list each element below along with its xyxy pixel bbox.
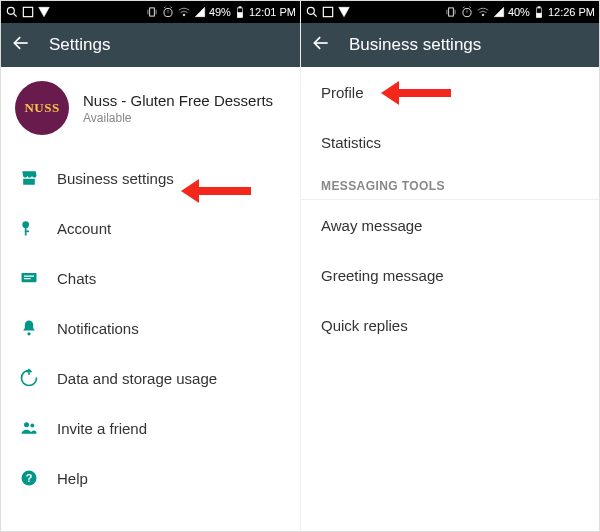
battery-icon	[233, 5, 247, 19]
app-indicator-icon	[37, 5, 51, 19]
search-indicator-icon	[305, 5, 319, 19]
row-greeting-message[interactable]: Greeting message	[301, 250, 599, 300]
battery-icon	[532, 5, 546, 19]
row-notifications[interactable]: Notifications	[1, 303, 300, 353]
svg-point-32	[463, 9, 471, 17]
row-label: Invite a friend	[57, 420, 147, 437]
svg-rect-28	[323, 7, 332, 16]
svg-point-15	[22, 221, 29, 228]
row-label: Statistics	[321, 134, 381, 151]
signal-icon	[193, 5, 207, 19]
row-label: Help	[57, 470, 88, 487]
row-label: Data and storage usage	[57, 370, 217, 387]
section-header-messaging-tools: MESSAGING TOOLS	[301, 167, 599, 200]
signal-icon	[492, 5, 506, 19]
svg-rect-20	[24, 278, 31, 279]
avatar: NUSS	[15, 81, 69, 135]
row-label: Notifications	[57, 320, 139, 337]
svg-line-9	[170, 7, 172, 8]
svg-point-22	[24, 422, 29, 427]
clock-text: 12:01 PM	[249, 6, 296, 18]
profile-name: Nuss - Gluten Free Desserts	[83, 92, 273, 109]
back-button[interactable]	[311, 33, 331, 57]
screenshot-indicator-icon	[21, 5, 35, 19]
svg-rect-12	[238, 13, 243, 18]
svg-line-1	[14, 14, 17, 17]
svg-line-34	[463, 7, 465, 8]
profile-subtitle: Available	[83, 111, 273, 125]
profile-header[interactable]: NUSS Nuss - Gluten Free Desserts Availab…	[1, 67, 300, 153]
svg-point-6	[164, 9, 172, 17]
svg-point-0	[7, 7, 14, 14]
row-data-storage[interactable]: Data and storage usage	[1, 353, 300, 403]
clock-text: 12:26 PM	[548, 6, 595, 18]
svg-rect-13	[239, 7, 241, 8]
svg-rect-38	[537, 13, 542, 17]
key-icon	[19, 218, 57, 238]
svg-point-26	[307, 7, 314, 14]
vibrate-icon	[145, 5, 159, 19]
page-title: Settings	[49, 35, 110, 55]
row-help[interactable]: ? Help	[1, 453, 300, 503]
row-statistics[interactable]: Statistics	[301, 117, 599, 167]
screenshot-indicator-icon	[321, 5, 335, 19]
row-label: Chats	[57, 270, 96, 287]
svg-rect-18	[22, 273, 37, 282]
page-title: Business settings	[349, 35, 481, 55]
svg-line-8	[164, 7, 166, 8]
svg-rect-3	[150, 8, 155, 16]
row-label: Business settings	[57, 170, 174, 187]
svg-text:?: ?	[26, 472, 33, 484]
vibrate-icon	[444, 5, 458, 19]
svg-point-10	[183, 14, 185, 16]
row-label: Account	[57, 220, 111, 237]
wifi-icon	[177, 5, 191, 19]
alarm-icon	[460, 5, 474, 19]
row-label: Away message	[321, 217, 422, 234]
row-quick-replies[interactable]: Quick replies	[301, 300, 599, 350]
alarm-icon	[161, 5, 175, 19]
bell-icon	[19, 318, 57, 338]
app-indicator-icon	[337, 5, 351, 19]
people-icon	[19, 418, 57, 438]
svg-rect-17	[25, 231, 29, 233]
svg-point-36	[482, 14, 484, 16]
status-bar: 49% 12:01 PM	[1, 1, 300, 23]
row-profile[interactable]: Profile	[301, 67, 599, 117]
svg-rect-39	[538, 7, 540, 8]
business-settings-screen: 40% 12:26 PM Business settings Profile S…	[300, 1, 599, 531]
svg-rect-19	[24, 276, 34, 277]
svg-point-21	[27, 332, 30, 335]
chat-icon	[19, 268, 57, 288]
row-label: Quick replies	[321, 317, 408, 334]
app-bar: Settings	[1, 23, 300, 67]
svg-point-23	[30, 424, 34, 428]
status-bar: 40% 12:26 PM	[301, 1, 599, 23]
row-chats[interactable]: Chats	[1, 253, 300, 303]
svg-rect-29	[449, 8, 454, 16]
svg-line-35	[469, 7, 471, 8]
data-icon	[19, 368, 57, 388]
row-label: Greeting message	[321, 267, 444, 284]
help-icon: ?	[19, 468, 57, 488]
row-away-message[interactable]: Away message	[301, 200, 599, 250]
app-bar: Business settings	[301, 23, 599, 67]
row-account[interactable]: Account	[1, 203, 300, 253]
row-label: Profile	[321, 84, 364, 101]
store-icon	[19, 168, 57, 188]
search-indicator-icon	[5, 5, 19, 19]
svg-line-27	[314, 14, 317, 17]
battery-text: 49%	[209, 6, 231, 18]
svg-rect-2	[23, 7, 32, 16]
row-invite-friend[interactable]: Invite a friend	[1, 403, 300, 453]
row-business-settings[interactable]: Business settings	[1, 153, 300, 203]
wifi-icon	[476, 5, 490, 19]
settings-screen: 49% 12:01 PM Settings NUSS Nuss - Gluten…	[1, 1, 300, 531]
battery-text: 40%	[508, 6, 530, 18]
back-button[interactable]	[11, 33, 31, 57]
